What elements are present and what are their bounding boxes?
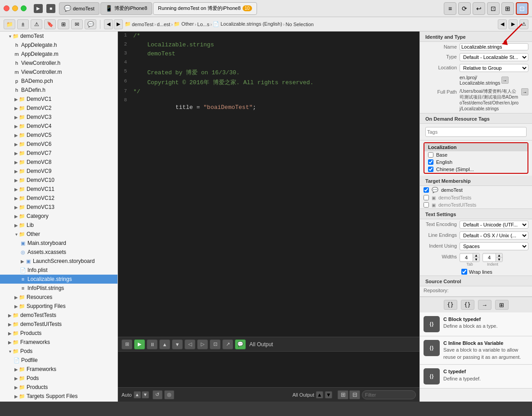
tags-input[interactable] bbox=[425, 127, 527, 137]
name-input[interactable] bbox=[460, 43, 528, 50]
sidebar-item-demovc5[interactable]: ▶ 📁 DemoVC5 bbox=[0, 131, 117, 140]
disclosure-icon[interactable]: ▾ bbox=[7, 33, 13, 39]
navigator-toggle[interactable]: ≡ bbox=[444, 2, 456, 15]
folder-btn[interactable]: 📁 bbox=[4, 19, 15, 29]
path-reveal-btn[interactable]: → bbox=[501, 77, 509, 84]
tab-demotest[interactable]: 💬 demoTest bbox=[59, 2, 99, 15]
warning-btn[interactable]: ⚠ bbox=[31, 19, 42, 29]
sidebar-item-demovc1[interactable]: ▶ 📁 DemoVC1 bbox=[0, 95, 117, 104]
editor-nav-btn[interactable]: ⊞ bbox=[122, 339, 132, 349]
chat-btn[interactable]: 💬 bbox=[85, 19, 96, 29]
nav-back[interactable]: ◀ bbox=[104, 19, 113, 29]
stop-button[interactable]: ■ bbox=[46, 4, 55, 13]
editor-play-btn[interactable]: ▶ bbox=[134, 339, 145, 349]
loc-base-checkbox[interactable] bbox=[428, 152, 433, 158]
sidebar-item-demovc10[interactable]: ▶ 📁 DemoVC10 bbox=[0, 176, 117, 185]
fullscreen-button[interactable] bbox=[21, 5, 27, 11]
wrap-checkbox[interactable] bbox=[461, 269, 467, 275]
output-up[interactable]: ▲ bbox=[316, 391, 323, 398]
sidebar-item-demovc3[interactable]: ▶ 📁 DemoVC3 bbox=[0, 113, 117, 122]
sidebar-item-demovc2[interactable]: ▶ 📁 DemoVC2 bbox=[0, 104, 117, 113]
sidebar-item-products[interactable]: ▶ 📁 Products bbox=[0, 329, 117, 338]
bookmark-btn[interactable]: 🔖 bbox=[44, 19, 56, 29]
sidebar-item-demovc12[interactable]: ▶ 📁 DemoVC12 bbox=[0, 194, 117, 203]
sidebar-item-category[interactable]: ▶ 📁 Category bbox=[0, 212, 117, 221]
loc-english-checkbox[interactable] bbox=[428, 159, 433, 165]
code-editor[interactable]: 1 /* 2 Localizable.strings 3 demoTest 4 bbox=[118, 32, 419, 337]
target-uitests-checkbox[interactable] bbox=[424, 202, 429, 208]
breadcrumb-dest[interactable]: d...est bbox=[157, 22, 170, 27]
breadcrumb-item[interactable]: 📁 bbox=[125, 21, 131, 27]
output-down[interactable]: ▼ bbox=[325, 391, 332, 398]
breadcrumb-localizable[interactable]: 📄 Localizable.strings (English) bbox=[213, 21, 282, 27]
editor-right-btn[interactable]: ▷ bbox=[197, 339, 208, 349]
tab-down[interactable]: ▼ bbox=[473, 258, 479, 262]
view-btn1[interactable]: ↺ bbox=[153, 390, 162, 399]
sidebar-item-demotesttests[interactable]: ▶ 📁 demoTestTests bbox=[0, 311, 117, 320]
tab-width-input[interactable] bbox=[460, 254, 473, 261]
auto-up[interactable]: ▲ bbox=[134, 391, 141, 398]
sidebar-item-demovc13[interactable]: ▶ 📁 DemoVC13 bbox=[0, 203, 117, 212]
sidebar-item-badefin-h[interactable]: h BADefin.h bbox=[0, 86, 117, 95]
target-tests-checkbox[interactable] bbox=[424, 195, 429, 200]
sidebar-item-main-storyboard[interactable]: ▣ Main.storyboard bbox=[0, 239, 117, 248]
view-btn2[interactable]: ◎ bbox=[164, 390, 174, 399]
tab-up[interactable]: ▲ bbox=[473, 253, 479, 258]
editor-left-btn[interactable]: ◁ bbox=[185, 339, 195, 349]
run-button[interactable]: ▶ bbox=[34, 4, 43, 13]
sidebar-item-info-plist[interactable]: 📄 Info.plist bbox=[0, 266, 117, 275]
single-editor-btn[interactable]: ⊡ bbox=[487, 2, 500, 15]
back-btn[interactable]: ↩ bbox=[473, 2, 485, 15]
split-editor-btn[interactable]: ⊞ bbox=[501, 2, 514, 15]
close-button[interactable] bbox=[4, 5, 9, 11]
sidebar-item-demovc9[interactable]: ▶ 📁 DemoVC9 bbox=[0, 167, 117, 176]
grid-btn[interactable]: ⊞ bbox=[58, 19, 69, 29]
tab-running[interactable]: Running demoTest on 博爱的iPhone8 10 bbox=[153, 2, 257, 15]
breadcrumb-info[interactable]: ⚠ bbox=[519, 19, 528, 29]
tab-iphone[interactable]: 📱 博爱的iPhone8 bbox=[100, 2, 152, 15]
sidebar-item-appdelegate-h[interactable]: h AppDelegate.h bbox=[0, 41, 117, 50]
disclosure-icon[interactable]: ▶ bbox=[14, 96, 19, 102]
sidebar-item-demovc11[interactable]: ▶ 📁 DemoVC11 bbox=[0, 185, 117, 194]
split-view-btn[interactable]: ⊟ bbox=[349, 390, 360, 399]
snippet-icon-3[interactable]: → bbox=[478, 300, 491, 310]
indent-using-select[interactable]: Spaces bbox=[460, 242, 528, 250]
sidebar-item-demovc4[interactable]: ▶ 📁 DemoVC4 bbox=[0, 122, 117, 131]
nav-forward[interactable]: ▶ bbox=[114, 19, 123, 29]
sidebar-item-demovc8[interactable]: ▶ 📁 DemoVC8 bbox=[0, 158, 117, 167]
editor-pause-btn[interactable]: ⏸ bbox=[147, 339, 158, 349]
filter-input[interactable] bbox=[362, 390, 416, 399]
sidebar-item-other[interactable]: ▾ 📁 Other bbox=[0, 230, 117, 239]
editor-down-btn[interactable]: ▼ bbox=[172, 339, 183, 349]
editor-up-btn[interactable]: ▲ bbox=[159, 339, 170, 349]
sidebar-item-demotest[interactable]: ▾ 📁 demoTest bbox=[0, 32, 117, 41]
sidebar-item-localizable-strings[interactable]: ≡ Localizable.strings bbox=[0, 275, 117, 284]
editor-toggle-btn[interactable]: ⊡ bbox=[210, 339, 221, 349]
breadcrumb-prev[interactable]: ◀ bbox=[498, 19, 507, 29]
snippet-icon-2[interactable]: {} bbox=[461, 300, 474, 310]
indent-down[interactable]: ▼ bbox=[496, 258, 502, 262]
sidebar-item-lib[interactable]: ▶ 📁 Lib bbox=[0, 221, 117, 230]
refresh-btn[interactable]: ⟳ bbox=[458, 2, 471, 15]
sidebar-item-appdelegate-m[interactable]: m AppDelegate.m bbox=[0, 50, 117, 59]
auto-down[interactable]: ▼ bbox=[142, 391, 149, 398]
utility-btn[interactable]: ⊡ bbox=[516, 2, 528, 15]
sidebar-item-pods2[interactable]: ▶ 📁 Pods bbox=[0, 374, 117, 383]
sidebar-item-frameworks2[interactable]: ▶ 📁 Frameworks bbox=[0, 365, 117, 374]
sidebar-item-demovc6[interactable]: ▶ 📁 DemoVC6 bbox=[0, 140, 117, 149]
loc-chinese-checkbox[interactable] bbox=[428, 167, 433, 172]
breadcrumb-lo[interactable]: Lo...s bbox=[197, 22, 209, 27]
sidebar-item-pods-root[interactable]: ▾ 📁 Pods bbox=[0, 347, 117, 356]
sidebar-item-viewcontroller-m[interactable]: m ViewController.m bbox=[0, 68, 117, 77]
git-btn[interactable]: ± bbox=[17, 19, 29, 29]
editor-app-icon[interactable]: 💬 bbox=[235, 339, 246, 349]
sidebar-item-launchscreen[interactable]: ▶ ▣ LaunchScreen.storyboard bbox=[0, 257, 117, 266]
encoding-select[interactable]: Default - Unicode (UTF... bbox=[460, 221, 528, 229]
snippet-icon-1[interactable]: {} bbox=[444, 300, 457, 310]
sidebar-item-viewcontroller-h[interactable]: h ViewController.h bbox=[0, 59, 117, 68]
indent-up[interactable]: ▲ bbox=[496, 253, 502, 258]
line-endings-select[interactable]: Default - OS X / Unix (... bbox=[460, 231, 528, 240]
sidebar-item-frameworks[interactable]: ▶ 📁 Frameworks bbox=[0, 338, 117, 347]
breadcrumb-next[interactable]: ▶ bbox=[509, 19, 518, 29]
sidebar-item-supporting-files[interactable]: ▶ 📁 Supporting Files bbox=[0, 302, 117, 311]
